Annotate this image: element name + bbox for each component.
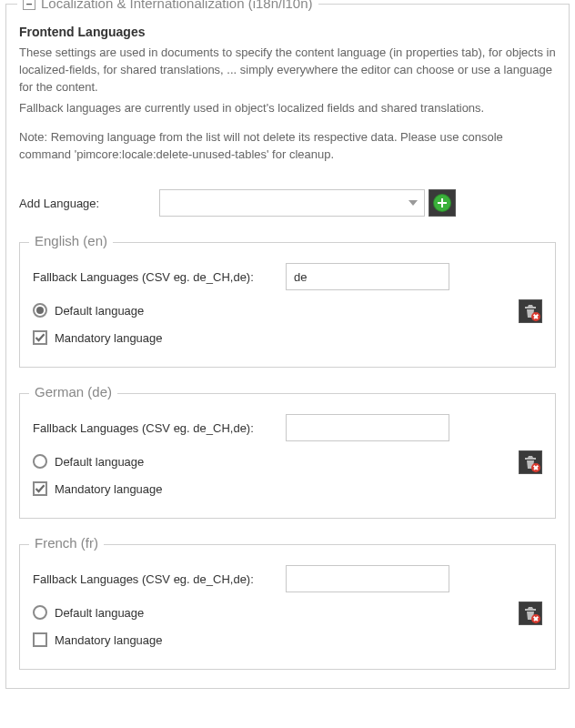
fallback-row: Fallback Languages (CSV eg. de_CH,de):: [33, 414, 542, 441]
mandatory-language-label: Mandatory language: [55, 633, 163, 647]
language-legend: French (fr): [29, 535, 104, 551]
fallback-input[interactable]: [286, 414, 449, 441]
default-language-label: Default language: [55, 304, 144, 318]
language-legend: English (en): [29, 233, 113, 248]
mandatory-language-checkbox[interactable]: [33, 632, 47, 647]
mandatory-language-label: Mandatory language: [55, 482, 163, 496]
mandatory-language-label: Mandatory language: [55, 331, 163, 345]
fallback-label: Fallback Languages (CSV eg. de_CH,de):: [33, 572, 286, 586]
trash-icon: [523, 304, 538, 318]
fallback-row: Fallback Languages (CSV eg. de_CH,de):: [33, 263, 542, 290]
default-language-label: Default language: [55, 606, 144, 620]
default-language-row: Default language: [33, 303, 542, 318]
language-legend: German (de): [29, 384, 117, 399]
frontend-languages-heading: Frontend Languages: [19, 25, 556, 39]
localization-section: – Localization & Internationalization (i…: [5, 4, 570, 689]
default-language-row: Default language: [33, 454, 542, 469]
mandatory-language-row: Mandatory language: [33, 330, 542, 345]
default-language-radio[interactable]: [33, 303, 47, 318]
trash-icon: [523, 455, 538, 470]
add-language-label: Add Language:: [19, 197, 159, 210]
add-language-row: Add Language:: [19, 189, 556, 217]
section-legend: – Localization & Internationalization (i…: [17, 0, 318, 11]
fallback-label: Fallback Languages (CSV eg. de_CH,de):: [33, 421, 286, 435]
mandatory-language-row: Mandatory language: [33, 481, 542, 496]
default-language-radio[interactable]: [33, 605, 47, 620]
language-fieldset: French (fr) Fallback Languages (CSV eg. …: [19, 544, 556, 670]
delete-language-button[interactable]: [519, 602, 542, 625]
default-language-row: Default language: [33, 605, 542, 620]
delete-language-button[interactable]: [519, 450, 542, 474]
combo-trigger-icon[interactable]: [402, 200, 424, 206]
mandatory-language-checkbox[interactable]: [33, 481, 47, 496]
description-para-1: These settings are used in documents to …: [19, 45, 556, 96]
fallback-row: Fallback Languages (CSV eg. de_CH,de):: [33, 565, 542, 592]
section-title: Localization & Internationalization (i18…: [41, 0, 313, 11]
delete-language-button[interactable]: [519, 299, 542, 323]
add-language-button[interactable]: [429, 189, 456, 217]
mandatory-language-row: Mandatory language: [33, 632, 542, 647]
language-fieldset: English (en) Fallback Languages (CSV eg.…: [19, 242, 556, 368]
description-note: Note: Removing language from the list wi…: [19, 129, 556, 164]
fallback-input[interactable]: [286, 565, 449, 592]
delete-badge-icon: [531, 614, 540, 623]
fallback-label: Fallback Languages (CSV eg. de_CH,de):: [33, 270, 286, 284]
language-fieldset: German (de) Fallback Languages (CSV eg. …: [19, 393, 556, 519]
description-para-2: Fallback languages are currently used in…: [19, 100, 556, 117]
mandatory-language-checkbox[interactable]: [33, 330, 47, 345]
collapse-toggle[interactable]: –: [23, 0, 35, 10]
fallback-input[interactable]: [286, 263, 449, 290]
delete-badge-icon: [531, 312, 540, 321]
plus-icon: [434, 195, 450, 211]
default-language-label: Default language: [55, 455, 144, 469]
delete-badge-icon: [531, 463, 540, 472]
default-language-radio[interactable]: [33, 454, 47, 469]
trash-icon: [523, 606, 538, 621]
add-language-combo[interactable]: [159, 189, 425, 217]
